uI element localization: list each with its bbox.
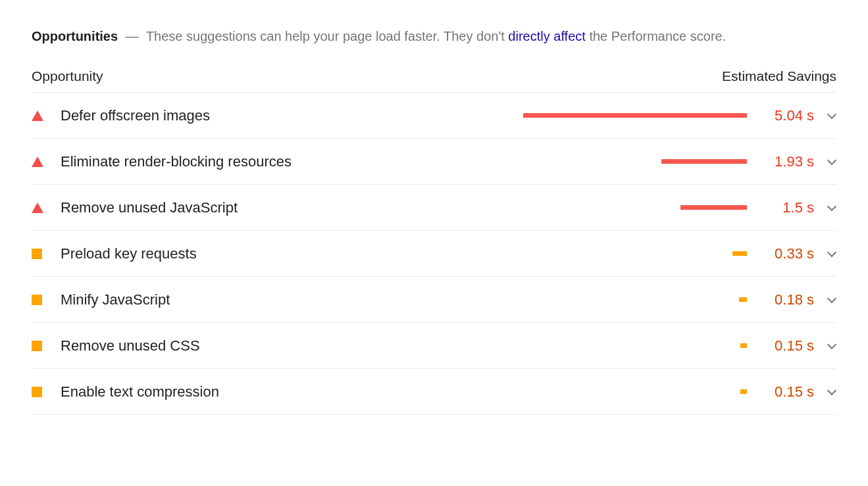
savings-bar-cell — [219, 369, 759, 414]
opportunity-row[interactable]: Remove unused CSS0.15 s — [32, 323, 836, 369]
opportunity-label: Eliminate render-blocking resources — [61, 153, 292, 170]
opportunity-label: Defer offscreen images — [61, 107, 210, 124]
opportunity-label: Remove unused CSS — [61, 337, 200, 354]
column-opportunity: Opportunity — [32, 68, 103, 84]
opportunity-row[interactable]: Enable text compression0.15 s — [32, 369, 836, 415]
opportunity-label: Minify JavaScript — [61, 291, 170, 308]
severity-icon-cell — [32, 110, 61, 121]
square-average-icon — [32, 249, 42, 259]
expand-cell[interactable] — [814, 203, 836, 212]
section-description-pre: These suggestions can help your page loa… — [146, 29, 508, 43]
severity-icon-cell — [32, 295, 61, 305]
section-description-post: the Performance score. — [586, 29, 726, 43]
opportunity-row[interactable]: Defer offscreen images5.04 s — [32, 93, 836, 139]
opportunity-row[interactable]: Eliminate render-blocking resources1.93 … — [32, 139, 836, 185]
savings-value: 1.5 s — [759, 199, 814, 216]
square-average-icon — [32, 387, 42, 397]
savings-bar — [661, 159, 747, 164]
chevron-down-icon — [827, 295, 836, 304]
directly-affect-link[interactable]: directly affect — [508, 29, 585, 43]
severity-icon-cell — [32, 157, 61, 167]
severity-icon-cell — [32, 203, 61, 213]
expand-cell[interactable] — [814, 249, 836, 258]
chevron-down-icon — [827, 341, 836, 351]
opportunity-row[interactable]: Remove unused JavaScript1.5 s — [32, 185, 836, 231]
expand-cell[interactable] — [814, 157, 836, 166]
column-savings: Estimated Savings — [722, 68, 836, 84]
section-title: Opportunities — [32, 29, 118, 43]
triangle-fail-icon — [32, 157, 43, 167]
savings-value: 0.15 s — [759, 337, 814, 354]
chevron-down-icon — [827, 249, 836, 258]
square-average-icon — [32, 341, 42, 351]
chevron-down-icon — [827, 203, 836, 212]
severity-icon-cell — [32, 249, 61, 259]
savings-bar — [523, 113, 747, 118]
savings-bar — [740, 343, 747, 348]
savings-value: 1.93 s — [759, 153, 814, 170]
savings-value: 5.04 s — [759, 107, 814, 124]
expand-cell[interactable] — [814, 341, 836, 351]
savings-bar-cell — [200, 323, 759, 368]
opportunity-row[interactable]: Minify JavaScript0.18 s — [32, 277, 836, 323]
column-headers: Opportunity Estimated Savings — [32, 68, 836, 93]
savings-value: 0.33 s — [759, 245, 814, 262]
triangle-fail-icon — [32, 110, 43, 121]
savings-bar-cell — [292, 139, 759, 184]
opportunity-label: Preload key requests — [61, 245, 197, 262]
savings-bar-cell — [197, 231, 759, 276]
savings-bar — [739, 297, 747, 302]
chevron-down-icon — [827, 111, 836, 120]
savings-bar-cell — [210, 93, 759, 138]
opportunity-list: Defer offscreen images5.04 sEliminate re… — [32, 93, 836, 415]
triangle-fail-icon — [32, 203, 43, 213]
opportunity-row[interactable]: Preload key requests0.33 s — [32, 231, 836, 277]
savings-bar — [732, 251, 747, 256]
severity-icon-cell — [32, 387, 61, 397]
savings-bar — [680, 205, 747, 210]
savings-bar-cell — [170, 277, 759, 322]
savings-bar-cell — [238, 185, 759, 230]
opportunity-label: Remove unused JavaScript — [61, 199, 238, 216]
chevron-down-icon — [827, 157, 836, 166]
savings-value: 0.15 s — [759, 383, 814, 401]
savings-value: 0.18 s — [759, 291, 814, 308]
expand-cell[interactable] — [814, 387, 836, 397]
square-average-icon — [32, 295, 42, 305]
expand-cell[interactable] — [814, 295, 836, 304]
opportunities-header: Opportunities — These suggestions can he… — [32, 25, 836, 47]
savings-bar — [740, 389, 747, 394]
dash: — — [126, 29, 139, 43]
chevron-down-icon — [827, 387, 836, 397]
opportunity-label: Enable text compression — [61, 383, 219, 401]
expand-cell[interactable] — [814, 111, 836, 120]
severity-icon-cell — [32, 341, 61, 351]
